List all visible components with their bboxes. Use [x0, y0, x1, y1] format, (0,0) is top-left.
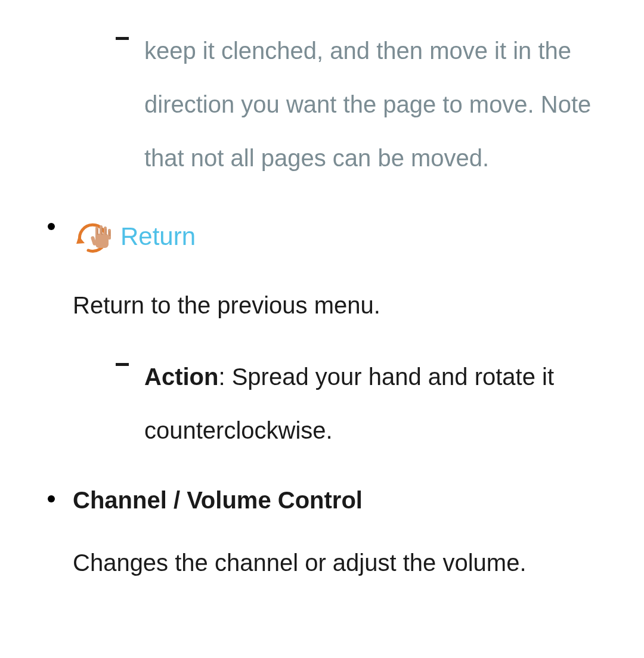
list-item-channel-volume: Channel / Volume Control Changes the cha…	[18, 481, 626, 589]
item-description: Return to the previous menu.	[73, 278, 626, 332]
action-label: Action	[144, 364, 218, 390]
item-description: Changes the channel or adjust the volume…	[73, 536, 626, 589]
item-title: Return	[120, 209, 196, 265]
sub-list: Action: Spread your hand and rotate it c…	[73, 350, 626, 457]
list-item-return: Return Return to the previous menu. Acti…	[18, 209, 626, 457]
sub-item: Action: Spread your hand and rotate it c…	[109, 350, 626, 457]
rotate-hand-icon	[73, 216, 114, 257]
action-continuation: keep it clenched, and then move it in th…	[144, 38, 591, 171]
list-item: keep it clenched, and then move it in th…	[18, 24, 626, 185]
sub-list: keep it clenched, and then move it in th…	[73, 24, 626, 185]
sub-item: keep it clenched, and then move it in th…	[109, 24, 626, 185]
gesture-list: keep it clenched, and then move it in th…	[18, 24, 626, 589]
item-title-row: Return	[73, 209, 626, 265]
item-title: Channel / Volume Control	[73, 481, 626, 519]
